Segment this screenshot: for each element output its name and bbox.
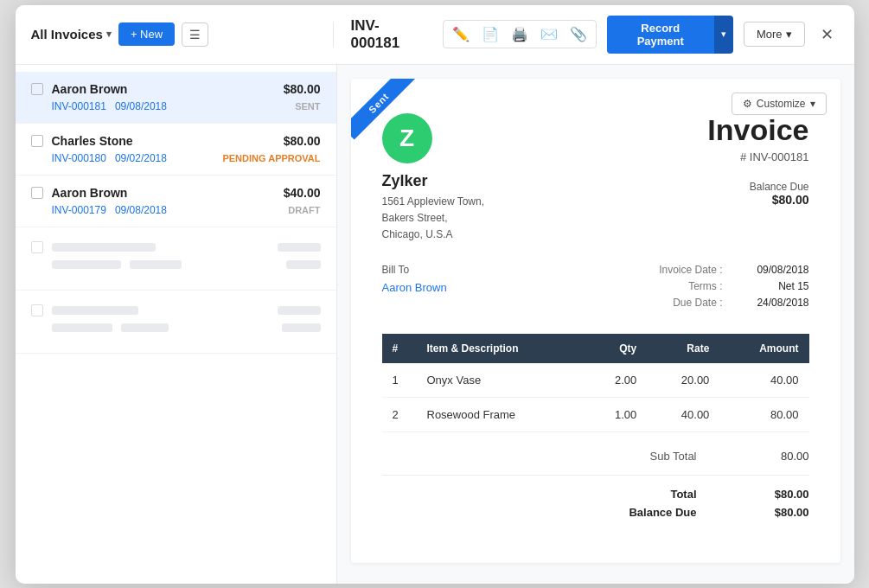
item-status: SENT (295, 101, 320, 112)
company-address-line3: Chicago, U.S.A (382, 228, 453, 240)
sub-total-label: Sub Total (567, 450, 697, 463)
company-logo-letter: Z (399, 125, 414, 152)
email-icon: ✉️ (540, 26, 558, 42)
more-button[interactable]: More ▾ (744, 22, 805, 47)
item-name: Charles Stone (52, 134, 133, 148)
company-address-line1: 1561 Appleview Town, (382, 195, 485, 208)
balance-due-label-top: Balance Due (707, 181, 808, 193)
item-meta: INV-000179 09/08/2018 (52, 204, 167, 216)
item-checkbox[interactable] (31, 83, 43, 95)
list-item[interactable]: Aaron Brown $40.00 INV-000179 09/08/2018… (16, 176, 336, 227)
col-rate: Rate (647, 334, 719, 363)
skeleton-item (16, 291, 336, 354)
col-amount: Amount (719, 334, 808, 363)
company-address-line2: Bakers Street, (382, 212, 448, 224)
balance-due-amount-top: $80.00 (707, 193, 808, 207)
list-item[interactable]: Charles Stone $80.00 INV-000180 09/02/20… (16, 124, 336, 176)
item-meta: INV-000181 09/08/2018 (52, 100, 167, 112)
item-name: Aaron Brown (52, 82, 128, 96)
invoice-date-label: Invoice Date : (645, 264, 723, 276)
record-payment-group: Record Payment ▾ (607, 16, 733, 54)
company-logo: Z (382, 113, 432, 163)
customize-button[interactable]: ⚙ Customize ▾ (732, 93, 827, 115)
record-payment-dropdown-button[interactable]: ▾ (714, 16, 733, 54)
row-qty: 1.00 (584, 398, 647, 432)
main-content: Aaron Brown $80.00 INV-000181 09/08/2018… (16, 65, 854, 584)
item-inv-no: INV-000181 (52, 100, 106, 112)
meta-row-due-date: Due Date : 24/08/2018 (645, 297, 809, 309)
row-qty: 2.00 (584, 363, 647, 398)
row-num: 2 (382, 398, 417, 432)
sub-total-value: 80.00 (749, 450, 809, 463)
row-description: Onyx Vase (417, 363, 584, 398)
invoice-meta-table: Invoice Date : 09/08/2018 Terms : Net 15… (645, 264, 809, 313)
col-num: # (382, 334, 417, 363)
invoice-title-block: Invoice # INV-000181 Balance Due $80.00 (707, 113, 808, 207)
new-button[interactable]: + New (118, 22, 175, 46)
more-chevron-icon: ▾ (786, 28, 792, 41)
app-window: All Invoices ▾ + New ☰ INV-000181 ✏️ 📄 🖨… (16, 5, 854, 584)
all-invoices-dropdown[interactable]: All Invoices ▾ (31, 27, 112, 42)
item-name: Aaron Brown (52, 186, 128, 200)
balance-due-row-label: Balance Due (567, 506, 697, 519)
skeleton-item (16, 227, 336, 291)
table-row: 1 Onyx Vase 2.00 20.00 40.00 (382, 363, 809, 398)
more-button-label: More (757, 28, 783, 41)
customize-label: Customize (757, 98, 806, 110)
email-button[interactable]: ✉️ (535, 22, 563, 46)
record-payment-button[interactable]: Record Payment (607, 16, 714, 54)
menu-icon: ☰ (189, 28, 201, 42)
pdf-button[interactable]: 📄 (476, 22, 504, 46)
print-icon: 🖨️ (511, 26, 528, 42)
bill-to-label: Bill To (382, 264, 447, 276)
balance-due-row-value: $80.00 (749, 506, 809, 519)
item-inv-no: INV-000180 (52, 152, 106, 164)
item-date: 09/08/2018 (115, 100, 167, 112)
line-items-table: # Item & Description Qty Rate Amount 1 O… (382, 334, 809, 432)
item-checkbox[interactable] (31, 135, 43, 147)
list-item[interactable]: Aaron Brown $80.00 INV-000181 09/08/2018… (16, 72, 336, 124)
record-payment-label: Record Payment (637, 22, 684, 48)
sub-total-row: Sub Total 80.00 (567, 450, 809, 463)
top-bar-center: INV-000181 ✏️ 📄 🖨️ ✉️ 📎 (342, 16, 839, 54)
row-num: 1 (382, 363, 417, 398)
company-address: 1561 Appleview Town, Bakers Street, Chic… (382, 194, 485, 244)
col-description: Item & Description (417, 334, 584, 363)
edit-button[interactable]: ✏️ (447, 22, 475, 46)
edit-icon: ✏️ (452, 26, 470, 42)
invoice-document: Sent ⚙ Customize ▾ Z Zylker (351, 79, 840, 563)
record-payment-dropdown-icon: ▾ (721, 29, 726, 39)
bill-to-block: Bill To Aaron Brown (382, 264, 447, 313)
row-rate: 20.00 (647, 363, 719, 398)
invoice-list: Aaron Brown $80.00 INV-000181 09/08/2018… (16, 65, 337, 584)
balance-due-row: Balance Due $80.00 (567, 506, 809, 519)
item-checkbox[interactable] (31, 187, 43, 199)
total-label: Total (567, 488, 697, 501)
invoice-id: INV-000181 (351, 17, 425, 52)
company-name: Zylker (382, 172, 485, 190)
totals-block: Sub Total 80.00 Total $80.00 Balance Due… (382, 450, 809, 519)
top-bar-left: All Invoices ▾ + New ☰ (31, 22, 334, 47)
due-date-label: Due Date : (645, 297, 723, 309)
pdf-icon: 📄 (482, 26, 499, 42)
item-status: DRAFT (288, 205, 320, 215)
customize-chevron-icon: ▾ (810, 98, 815, 110)
row-rate: 40.00 (647, 398, 719, 432)
row-amount: 40.00 (719, 363, 808, 398)
bill-to-name[interactable]: Aaron Brown (382, 281, 447, 294)
close-button[interactable]: ✕ (815, 22, 839, 48)
attachment-icon: 📎 (570, 26, 587, 42)
close-icon: ✕ (821, 26, 834, 43)
due-date-value: 24/08/2018 (740, 297, 809, 309)
gear-icon: ⚙ (743, 98, 752, 110)
item-status: PENDING APPROVAL (222, 153, 320, 163)
new-button-label: + New (131, 28, 163, 41)
item-amount: $80.00 (284, 134, 321, 148)
all-invoices-label: All Invoices (31, 27, 103, 42)
terms-label: Terms : (645, 280, 723, 292)
invoice-header: Z Zylker 1561 Appleview Town, Bakers Str… (382, 105, 809, 244)
print-button[interactable]: 🖨️ (506, 22, 534, 46)
invoice-number: # INV-000181 (707, 150, 808, 163)
menu-button[interactable]: ☰ (182, 22, 208, 47)
attachment-button[interactable]: 📎 (565, 22, 592, 46)
